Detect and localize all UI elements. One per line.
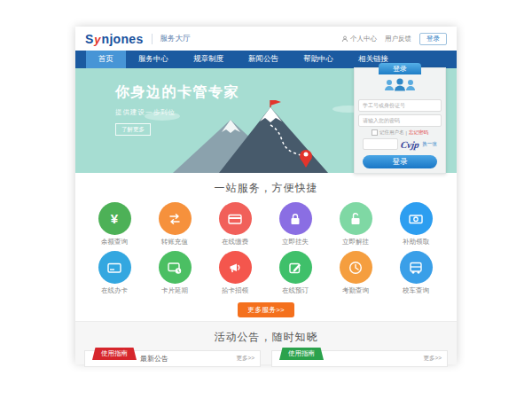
usage-guide-tab[interactable]: 使用指南 xyxy=(92,348,137,360)
service-circle xyxy=(159,202,192,235)
hero-subtitle: 提供建设一步到位 xyxy=(115,108,239,117)
site-subtitle: 服务大厅 xyxy=(152,34,191,44)
nav-item-rules[interactable]: 规章制度 xyxy=(181,51,236,68)
more-services-button[interactable]: 更多服务>> xyxy=(238,302,293,317)
bus-icon xyxy=(408,260,424,276)
captcha-image[interactable]: Cvjp xyxy=(401,139,420,150)
header-links: 个人中心 用户反馈 登录 xyxy=(341,33,447,45)
header: Synjones 服务大厅 个人中心 用户反馈 登录 xyxy=(75,27,457,51)
logo-text-rest: njones xyxy=(102,32,144,46)
service-circle xyxy=(400,251,433,284)
service-label: 在线缴费 xyxy=(205,238,265,246)
latest-news-tab[interactable]: 最新公告 xyxy=(140,354,168,364)
service-circle xyxy=(340,251,372,284)
logo-text: S xyxy=(85,32,93,46)
announcement-panels: 使用指南 最新公告 更多>> 使用指南 更多>> xyxy=(75,350,457,367)
service-circle xyxy=(98,251,131,284)
service-online-booking[interactable]: 在线预订 xyxy=(265,251,325,295)
lock-icon xyxy=(287,211,303,227)
clock-icon xyxy=(348,260,364,276)
service-label: 补助领取 xyxy=(386,238,446,246)
header-login-button[interactable]: 登录 xyxy=(419,33,447,45)
banknote-icon xyxy=(408,211,424,227)
nav-item-help-center[interactable]: 帮助中心 xyxy=(291,51,346,68)
login-panel: 登录 记住用户名 | 忘记密码 Cvjp 换一张 登录 xyxy=(354,67,446,174)
remember-label: 记住用户名 xyxy=(379,129,404,136)
service-circle xyxy=(340,202,372,235)
service-transfer-recharge[interactable]: 转账充值 xyxy=(145,202,205,246)
service-circle xyxy=(159,251,192,284)
service-school-bus-inquiry[interactable]: 校车查询 xyxy=(386,251,446,295)
service-label: 在线办卡 xyxy=(84,286,145,295)
card-renew-icon xyxy=(167,260,183,276)
unlock-icon xyxy=(348,211,364,227)
service-label: 立即挂失 xyxy=(265,238,325,246)
personal-center-label: 个人中心 xyxy=(350,35,377,43)
more-link-right[interactable]: 更多>> xyxy=(423,355,442,363)
service-label: 转账充值 xyxy=(145,238,205,246)
service-cancel-loss[interactable]: 立即解挂 xyxy=(325,202,386,246)
login-submit-button[interactable]: 登录 xyxy=(363,155,437,168)
service-circle xyxy=(219,202,252,235)
announcement-panel-left: 使用指南 最新公告 更多>> xyxy=(84,350,261,367)
announcements-section: 活动公告，随时知晓 使用指南 最新公告 更多>> 使用指南 更多>> xyxy=(75,321,457,364)
service-label: 在线预订 xyxy=(265,286,325,295)
hero-title: 你身边的卡管专家 xyxy=(115,83,239,102)
service-lost-card-claim[interactable]: 拾卡招领 xyxy=(205,251,265,295)
person-icon xyxy=(341,35,348,43)
service-circle xyxy=(279,202,312,235)
captcha-input[interactable] xyxy=(363,138,398,150)
user-feedback-label: 用户反馈 xyxy=(385,35,411,43)
password-input[interactable] xyxy=(358,114,442,127)
bank-card-icon xyxy=(106,260,122,276)
service-circle xyxy=(219,251,252,284)
announcement-panel-right: 使用指南 更多>> xyxy=(271,350,448,367)
separator: | xyxy=(406,130,407,136)
service-subsidy-collect[interactable]: 补助领取 xyxy=(386,202,446,246)
nav-item-news[interactable]: 新闻公告 xyxy=(236,51,291,68)
nav-item-service-center[interactable]: 服务中心 xyxy=(126,51,181,68)
service-online-payment[interactable]: 在线缴费 xyxy=(205,202,265,246)
service-label: 余额查询 xyxy=(84,238,145,246)
service-label: 立即解挂 xyxy=(325,238,386,246)
announcements-title: 活动公告，随时知晓 xyxy=(75,322,457,345)
username-input[interactable] xyxy=(358,99,442,112)
nav-item-home[interactable]: 首页 xyxy=(86,51,126,68)
captcha-row: Cvjp 换一张 xyxy=(355,138,445,150)
more-link-left[interactable]: 更多>> xyxy=(236,355,254,363)
service-circle: ¥ xyxy=(98,202,131,235)
bank-card-icon xyxy=(227,211,243,227)
captcha-refresh-link[interactable]: 换一张 xyxy=(422,141,437,147)
service-report-loss[interactable]: 立即挂失 xyxy=(265,202,325,246)
yen-icon: ¥ xyxy=(111,212,118,225)
service-circle xyxy=(279,251,312,284)
service-circle xyxy=(400,202,433,235)
transfer-arrows-icon xyxy=(167,211,183,227)
users-avatar-icon xyxy=(382,77,418,92)
logo-y-mark: y xyxy=(94,33,100,46)
login-tab[interactable]: 登录 xyxy=(379,63,421,74)
personal-center-link[interactable]: 个人中心 xyxy=(341,35,377,43)
site-container: Synjones 服务大厅 个人中心 用户反馈 登录 首页 服务中心 规章制度 … xyxy=(75,27,457,364)
services-grid: ¥ 余额查询 转账充值 在线缴费 立即挂失 xyxy=(84,202,448,300)
service-label: 拾卡招领 xyxy=(205,286,265,295)
hero-copy: 你身边的卡管专家 提供建设一步到位 了解更多 xyxy=(115,83,239,136)
services-section: 一站服务，方便快捷 ¥ 余额查询 转账充值 在线缴费 xyxy=(75,173,457,321)
megaphone-icon xyxy=(227,260,243,276)
service-attendance-inquiry[interactable]: 考勤查询 xyxy=(325,251,386,295)
service-card-renewal[interactable]: 卡片延期 xyxy=(145,251,205,295)
service-label: 考勤查询 xyxy=(325,286,386,295)
remember-row: 记住用户名 | 忘记密码 xyxy=(355,129,445,136)
service-balance-inquiry[interactable]: ¥ 余额查询 xyxy=(84,202,145,246)
service-label: 卡片延期 xyxy=(145,286,205,295)
forgot-password-link[interactable]: 忘记密码 xyxy=(409,129,428,136)
service-label: 校车查询 xyxy=(386,286,446,295)
edit-pencil-icon xyxy=(287,260,303,276)
usage-guide-tab-right[interactable]: 使用指南 xyxy=(279,348,324,360)
remember-checkbox[interactable] xyxy=(372,129,378,136)
services-title: 一站服务，方便快捷 xyxy=(75,173,457,196)
service-online-card-apply[interactable]: 在线办卡 xyxy=(84,251,145,295)
user-feedback-link[interactable]: 用户反馈 xyxy=(385,35,411,43)
logo[interactable]: Synjones xyxy=(85,32,144,46)
hero-cta-button[interactable]: 了解更多 xyxy=(115,123,151,136)
